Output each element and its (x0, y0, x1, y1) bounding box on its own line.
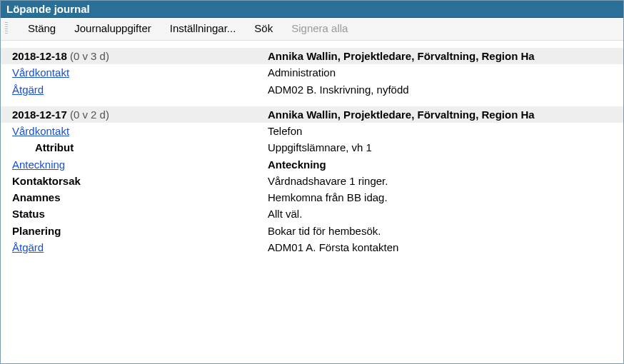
menubar: Stäng Journaluppgifter Inställningar... … (1, 18, 623, 41)
menu-search[interactable]: Sök (253, 21, 274, 36)
entry-header: 2018-12-18 (0 v 3 d)Annika Wallin, Proje… (1, 48, 623, 64)
entry-row-label: Planering (12, 225, 61, 237)
entry-row-label-cell: Kontaktorsak (1, 173, 265, 189)
entry-row-value: ADM02 B. Inskrivning, nyfödd (265, 81, 623, 98)
journal-entry: 2018-12-18 (0 v 3 d)Annika Wallin, Proje… (1, 48, 623, 98)
entry-row-label-cell: Anamnes (1, 189, 265, 206)
entry-row-value: Allt väl. (265, 206, 623, 222)
entry-row-value: Administration (265, 64, 623, 81)
entry-author: Annika Wallin, Projektledare, Förvaltnin… (265, 48, 623, 64)
entry-row: AttributUppgiftslämnare, vh 1 (1, 139, 623, 156)
entry-row-label: Attribut (12, 141, 74, 153)
toolbar-drag-handle[interactable] (5, 22, 8, 35)
entry-row-label-link[interactable]: Åtgärd (12, 241, 44, 253)
entry-row-value: Anteckning (265, 156, 623, 173)
entry-row: ÅtgärdADM02 B. Inskrivning, nyfödd (1, 81, 623, 98)
entry-row-label: Kontaktorsak (12, 175, 81, 187)
entry-row-value: Telefon (265, 123, 623, 139)
entry-row-label-cell: Anteckning (1, 156, 265, 173)
entry-row-label: Status (12, 208, 45, 220)
entry-age: (0 v 2 d) (70, 108, 109, 121)
menu-close[interactable]: Stäng (26, 21, 57, 36)
entry-row-label-link[interactable]: Anteckning (12, 158, 65, 171)
entry-row: VårdkontaktAdministration (1, 64, 623, 81)
entry-age: (0 v 3 d) (70, 50, 109, 62)
journal-entry: 2018-12-17 (0 v 2 d)Annika Wallin, Proje… (1, 106, 623, 256)
entry-row: StatusAllt väl. (1, 206, 623, 222)
entry-row: KontaktorsakVårdnadshavare 1 ringer. (1, 173, 623, 189)
entry-row-label-link[interactable]: Vårdkontakt (12, 66, 69, 79)
entry-date: 2018-12-17 (12, 108, 70, 121)
entry-row-label-cell: Vårdkontakt (1, 123, 265, 139)
entry-row: AnteckningAnteckning (1, 156, 623, 173)
entry-row-label-cell: Vårdkontakt (1, 64, 265, 81)
journal-content: 2018-12-18 (0 v 3 d)Annika Wallin, Proje… (1, 41, 623, 256)
entry-row-value: Hemkomna från BB idag. (265, 189, 623, 206)
entry-row-value: Uppgiftslämnare, vh 1 (265, 139, 623, 156)
menu-journal[interactable]: Journaluppgifter (73, 21, 153, 36)
window-title: Löpande journal (6, 3, 90, 15)
entry-row-value: Vårdnadshavare 1 ringer. (265, 173, 623, 189)
entry-row-value: ADM01 A. Första kontakten (265, 239, 623, 256)
entry-row-label-cell: Attribut (1, 139, 265, 156)
entry-row-value: Bokar tid för hembesök. (265, 223, 623, 239)
entry-author: Annika Wallin, Projektledare, Förvaltnin… (265, 106, 623, 123)
entry-row: PlaneringBokar tid för hembesök. (1, 223, 623, 239)
entry-row: ÅtgärdADM01 A. Första kontakten (1, 239, 623, 256)
entry-row-label-cell: Planering (1, 223, 265, 239)
window-titlebar: Löpande journal (1, 1, 623, 18)
entry-date-cell: 2018-12-17 (0 v 2 d) (1, 106, 265, 123)
entry-row-label-cell: Åtgärd (1, 81, 265, 98)
entry-row-label-link[interactable]: Vårdkontakt (12, 125, 69, 137)
entry-header: 2018-12-17 (0 v 2 d)Annika Wallin, Proje… (1, 106, 623, 123)
menu-sign-all: Signera alla (290, 21, 349, 36)
entry-row: AnamnesHemkomna från BB idag. (1, 189, 623, 206)
entry-row: VårdkontaktTelefon (1, 123, 623, 139)
entry-row-label-cell: Status (1, 206, 265, 222)
entry-row-label: Anamnes (12, 191, 61, 203)
entry-row-label-cell: Åtgärd (1, 239, 265, 256)
menu-settings[interactable]: Inställningar... (168, 21, 238, 36)
entry-date: 2018-12-18 (12, 50, 70, 62)
entry-row-label-link[interactable]: Åtgärd (12, 84, 44, 96)
entry-date-cell: 2018-12-18 (0 v 3 d) (1, 48, 265, 64)
